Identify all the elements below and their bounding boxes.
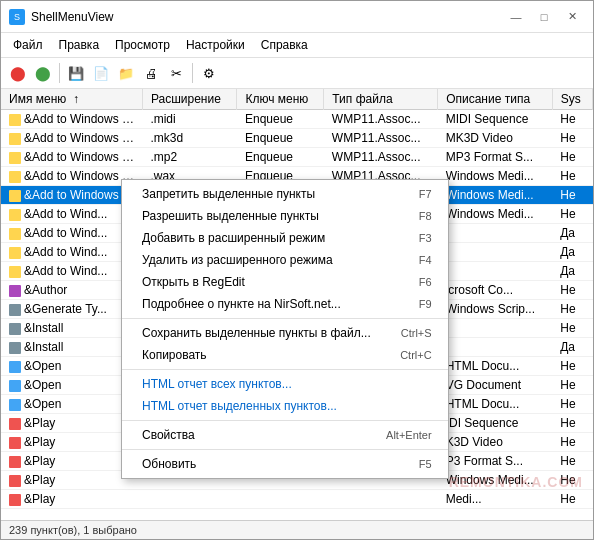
cell-sys: Да [552, 262, 592, 281]
context-menu-shortcut: Ctrl+C [400, 349, 431, 361]
context-menu-item-label: HTML отчет всех пунктов... [142, 377, 292, 391]
cell-name: &Add to Windows Me... [1, 110, 142, 129]
cell-ext [142, 490, 237, 509]
context-menu-item[interactable]: Открыть в RegEditF6 [122, 271, 448, 293]
col-header-type[interactable]: Тип файла [324, 89, 438, 110]
context-menu-item-label: Запретить выделенные пункты [142, 187, 315, 201]
context-menu-item[interactable]: Добавить в расширенный режимF3 [122, 227, 448, 249]
toolbar-open-file[interactable]: 📄 [90, 62, 112, 84]
cell-sys: He [552, 471, 592, 490]
cell-sys: He [552, 186, 592, 205]
cell-sys: He [552, 452, 592, 471]
context-menu-item[interactable]: Подробнее о пункте на NirSoft.net...F9 [122, 293, 448, 315]
toolbar-print[interactable]: 🖨 [140, 62, 162, 84]
context-menu-item[interactable]: HTML отчет выделенных пунктов... [122, 395, 448, 417]
context-menu-item-label: Обновить [142, 457, 196, 471]
table-row[interactable]: &Play Medi... He [1, 490, 593, 509]
col-header-key[interactable]: Ключ меню [237, 89, 324, 110]
table-row[interactable]: &Add to Windows Me... .mk3d Enqueue WMP1… [1, 129, 593, 148]
menu-settings[interactable]: Настройки [178, 35, 253, 55]
menu-help[interactable]: Справка [253, 35, 316, 55]
context-menu-item[interactable]: ОбновитьF5 [122, 453, 448, 475]
menu-file[interactable]: Файл [5, 35, 51, 55]
cell-ext: .mp2 [142, 148, 237, 167]
cell-desc: HTML Docu... [438, 357, 553, 376]
cell-sys: He [552, 414, 592, 433]
title-bar: S ShellMenuView — □ ✕ [1, 1, 593, 33]
context-menu-shortcut: F6 [419, 276, 432, 288]
window-title: ShellMenuView [31, 10, 114, 24]
cell-sys: He [552, 205, 592, 224]
cell-desc: VG Document [438, 376, 553, 395]
table-row[interactable]: &Add to Windows Me... .mp2 Enqueue WMP11… [1, 148, 593, 167]
minimize-button[interactable]: — [503, 7, 529, 27]
cell-desc: Windows Medi... [438, 471, 553, 490]
cell-desc [438, 243, 553, 262]
cell-sys: He [552, 395, 592, 414]
context-menu: Запретить выделенные пунктыF7Разрешить в… [121, 179, 449, 479]
cell-desc: Windows Medi... [438, 167, 553, 186]
col-header-name[interactable]: Имя меню ↑ [1, 89, 142, 110]
toolbar-settings[interactable]: ⚙ [198, 62, 220, 84]
cell-desc: Windows Medi... [438, 205, 553, 224]
toolbar-save[interactable]: 💾 [65, 62, 87, 84]
status-bar: 239 пункт(ов), 1 выбрано [1, 520, 593, 539]
context-menu-shortcut: F9 [419, 298, 432, 310]
cell-sys: Да [552, 338, 592, 357]
cell-desc: MP3 Format S... [438, 148, 553, 167]
close-button[interactable]: ✕ [559, 7, 585, 27]
cell-desc: K3D Video [438, 433, 553, 452]
cell-sys: He [552, 319, 592, 338]
context-menu-item[interactable]: Запретить выделенные пунктыF7 [122, 183, 448, 205]
main-window: S ShellMenuView — □ ✕ Файл Правка Просмо… [0, 0, 594, 540]
cell-type [324, 490, 438, 509]
cell-sys: He [552, 376, 592, 395]
table-row[interactable]: &Add to Windows Me... .midi Enqueue WMP1… [1, 110, 593, 129]
context-menu-separator [122, 420, 448, 421]
menu-edit[interactable]: Правка [51, 35, 108, 55]
cell-sys: He [552, 300, 592, 319]
context-menu-item[interactable]: Сохранить выделенные пункты в файл...Ctr… [122, 322, 448, 344]
cell-type: WMP11.Assoc... [324, 148, 438, 167]
cell-name: &Add to Windows Me... [1, 129, 142, 148]
cell-desc: MK3D Video [438, 129, 553, 148]
cell-key [237, 490, 324, 509]
menu-bar: Файл Правка Просмотр Настройки Справка [1, 33, 593, 58]
table-header-row: Имя меню ↑ Расширение Ключ меню Тип файл… [1, 89, 593, 110]
menu-view[interactable]: Просмотр [107, 35, 178, 55]
cell-desc: Windows Scrip... [438, 300, 553, 319]
context-menu-item-label: Разрешить выделенные пункты [142, 209, 319, 223]
context-menu-item[interactable]: HTML отчет всех пунктов... [122, 373, 448, 395]
toolbar-red-circle[interactable]: ⬤ [7, 62, 29, 84]
context-menu-shortcut: F3 [419, 232, 432, 244]
cell-desc: icrosoft Co... [438, 281, 553, 300]
toolbar-cut[interactable]: ✂ [165, 62, 187, 84]
toolbar-separator-2 [192, 63, 193, 83]
cell-desc: IDI Sequence [438, 414, 553, 433]
col-header-desc[interactable]: Описание типа [438, 89, 553, 110]
context-menu-item[interactable]: КопироватьCtrl+C [122, 344, 448, 366]
context-menu-item[interactable]: СвойстваAlt+Enter [122, 424, 448, 446]
col-header-ext[interactable]: Расширение [142, 89, 237, 110]
cell-sys: He [552, 167, 592, 186]
cell-name: &Play [1, 490, 142, 509]
cell-name: &Add to Windows Me... [1, 148, 142, 167]
context-menu-item[interactable]: Разрешить выделенные пунктыF8 [122, 205, 448, 227]
cell-desc: P3 Format S... [438, 452, 553, 471]
title-bar-left: S ShellMenuView [9, 9, 114, 25]
context-menu-item-label: Подробнее о пункте на NirSoft.net... [142, 297, 341, 311]
cell-type: WMP11.Assoc... [324, 129, 438, 148]
context-menu-item[interactable]: Удалить из расширенного режимаF4 [122, 249, 448, 271]
content-area: Имя меню ↑ Расширение Ключ меню Тип файл… [1, 89, 593, 520]
app-icon: S [9, 9, 25, 25]
cell-sys: Да [552, 224, 592, 243]
cell-desc [438, 262, 553, 281]
cell-desc [438, 224, 553, 243]
maximize-button[interactable]: □ [531, 7, 557, 27]
toolbar-green-circle[interactable]: ⬤ [32, 62, 54, 84]
cell-desc: MIDI Sequence [438, 110, 553, 129]
col-header-sys[interactable]: Sys [552, 89, 592, 110]
context-menu-item-label: Копировать [142, 348, 207, 362]
cell-key: Enqueue [237, 110, 324, 129]
toolbar-browse[interactable]: 📁 [115, 62, 137, 84]
